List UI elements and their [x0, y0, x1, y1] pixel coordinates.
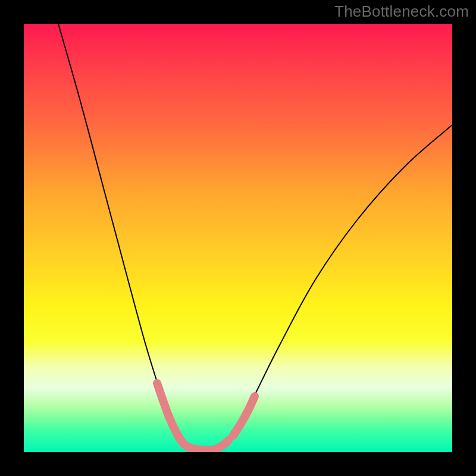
plot-area	[24, 24, 452, 452]
marker-band	[157, 383, 255, 450]
bottleneck-curve	[58, 24, 452, 450]
chart-frame: TheBottleneck.com	[0, 0, 476, 476]
curve-layer	[24, 24, 452, 452]
marker-segment	[157, 383, 228, 450]
watermark-text: TheBottleneck.com	[334, 2, 469, 21]
marker-segment	[233, 396, 255, 436]
